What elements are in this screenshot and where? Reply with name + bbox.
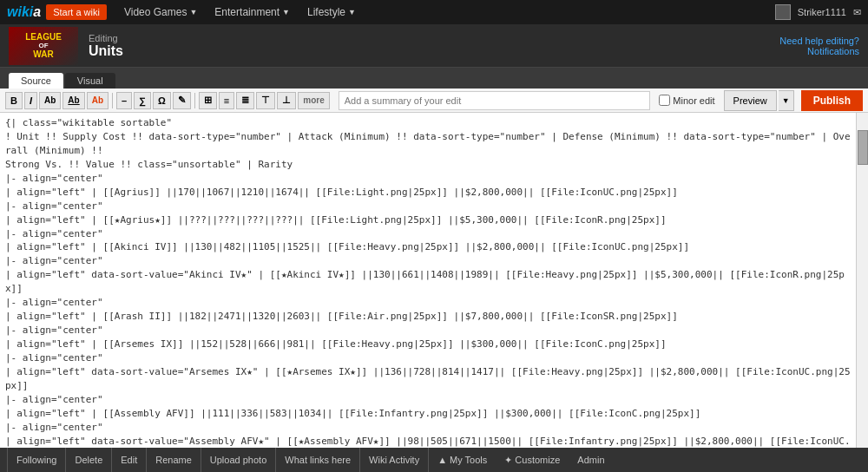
notifications-link[interactable]: Notifications: [779, 46, 859, 56]
editor-content[interactable]: {| class="wikitable sortable"! Unit !! S…: [0, 113, 856, 472]
editor-container: {| class="wikitable sortable"! Unit !! S…: [0, 113, 868, 472]
tab-source[interactable]: Source: [9, 73, 63, 88]
message-icon[interactable]: ✉: [853, 7, 861, 18]
page-title: Units: [89, 43, 779, 59]
chevron-down-icon: ▼: [348, 8, 356, 16]
italic-button[interactable]: I: [24, 92, 37, 109]
special-chars-button[interactable]: ∑: [134, 92, 151, 109]
hr-button[interactable]: –: [116, 92, 132, 109]
format-ab3-button[interactable]: Ab: [87, 92, 108, 109]
rename-button[interactable]: Rename: [147, 448, 201, 472]
toolbar-separator: [112, 93, 113, 108]
omega-button[interactable]: Ω: [153, 92, 171, 109]
toolbar-separator-2: [194, 93, 195, 108]
minor-edit-checkbox[interactable]: [659, 95, 670, 106]
edit-summary-input[interactable]: [339, 91, 651, 110]
preview-dropdown-button[interactable]: ▼: [779, 90, 794, 111]
chevron-down-icon: ▼: [189, 8, 197, 16]
nav-lifestyle[interactable]: Lifestyle ▼: [299, 0, 365, 24]
nav-video-games[interactable]: Video Games ▼: [115, 0, 206, 24]
delete-button[interactable]: Delete: [66, 448, 112, 472]
wikia-logo: wikia: [7, 4, 41, 20]
tab-bar: Source Visual: [0, 68, 868, 88]
preview-button[interactable]: Preview: [724, 90, 777, 111]
help-link[interactable]: Need help editing?: [779, 36, 859, 46]
upload-photo-button[interactable]: Upload photo: [201, 448, 276, 472]
wiki-logo: LEAGUE OF WAR: [9, 27, 78, 65]
nav-entertainment[interactable]: Entertainment ▼: [206, 0, 299, 24]
avatar: [775, 4, 791, 20]
username[interactable]: Striker1111: [798, 7, 846, 17]
wiki-header: LEAGUE OF WAR Editing Units Need help ed…: [0, 24, 868, 68]
start-wiki-button[interactable]: Start a wiki: [46, 4, 107, 20]
scrollbar[interactable]: [856, 113, 868, 472]
edit-button[interactable]: Edit: [112, 448, 147, 472]
more-button[interactable]: more: [298, 92, 329, 109]
scrollbar-thumb[interactable]: [858, 130, 868, 165]
bold-button[interactable]: B: [5, 92, 23, 109]
what-links-here-button[interactable]: What links here: [276, 448, 360, 472]
table-button[interactable]: ⊞: [199, 92, 217, 109]
minor-edit-checkbox-label: Minor edit: [659, 95, 714, 106]
bottom-toolbar: Following Delete Edit Rename Upload phot…: [0, 448, 868, 472]
following-button[interactable]: Following: [7, 448, 66, 472]
link-button[interactable]: ✎: [173, 92, 191, 109]
user-area: Striker1111 ✉: [775, 4, 861, 20]
numbered-list-button[interactable]: ⊥: [277, 92, 296, 109]
editing-info: Editing Units: [89, 33, 779, 59]
publish-button[interactable]: Publish: [801, 90, 863, 111]
tab-visual[interactable]: Visual: [65, 73, 115, 88]
outdent-button[interactable]: ≣: [236, 92, 254, 109]
format-ab-button[interactable]: Ab: [39, 92, 61, 109]
help-area: Need help editing? Notifications: [779, 36, 859, 56]
indent-button[interactable]: ≡: [219, 92, 234, 109]
admin-button[interactable]: Admin: [569, 448, 613, 472]
chevron-down-icon: ▼: [282, 8, 290, 16]
customize-button[interactable]: ✦ Customize: [496, 448, 569, 472]
top-navigation: wikia Start a wiki Video Games ▼ Enterta…: [0, 0, 868, 24]
wiki-activity-button[interactable]: Wiki Activity: [360, 448, 429, 472]
format-ab2-button[interactable]: Ab: [62, 92, 84, 109]
list-button[interactable]: ⊤: [256, 92, 275, 109]
my-tools-button[interactable]: ▲ My Tools: [429, 448, 496, 472]
editing-label: Editing: [89, 33, 779, 43]
editor-toolbar: B I Ab Ab Ab – ∑ Ω ✎ ⊞ ≡ ≣ ⊤ ⊥ more Mino…: [0, 88, 868, 113]
